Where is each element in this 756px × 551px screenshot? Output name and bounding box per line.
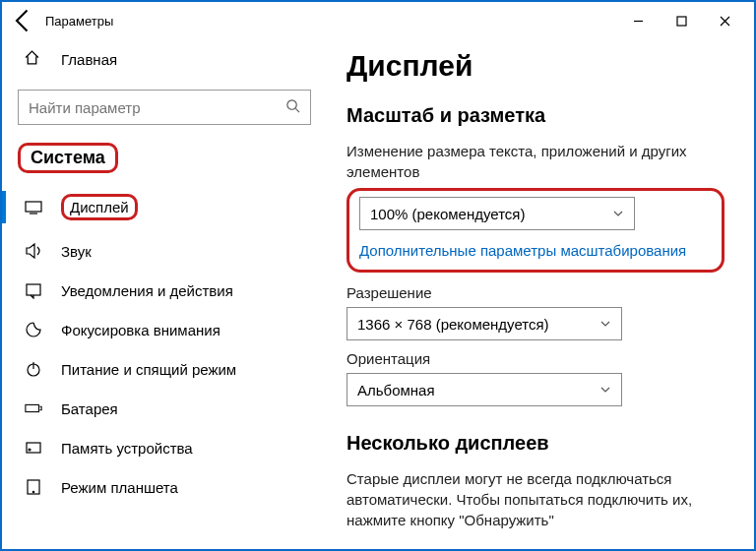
sidebar-item-label: Память устройства — [61, 440, 193, 457]
sidebar-item-label: Уведомления и действия — [61, 282, 233, 299]
display-icon — [24, 199, 43, 216]
minimize-button[interactable] — [616, 6, 660, 35]
svg-rect-6 — [27, 443, 40, 453]
sidebar: Главная Система Дисплей Звук Уведомления… — [2, 39, 327, 549]
scale-dropdown[interactable]: 100% (рекомендуется) — [359, 197, 635, 230]
svg-point-1 — [287, 99, 296, 108]
sidebar-item-power[interactable]: Питание и спящий режим — [18, 349, 311, 389]
section-header: Система — [18, 143, 311, 173]
svg-rect-2 — [26, 202, 41, 212]
svg-rect-5 — [26, 404, 39, 411]
sidebar-item-notifications[interactable]: Уведомления и действия — [18, 271, 311, 310]
sidebar-item-focus[interactable]: Фокусировка внимания — [18, 310, 311, 349]
main-content: Дисплей Масштаб и разметка Изменение раз… — [327, 39, 754, 549]
back-button[interactable] — [10, 7, 37, 34]
home-label: Главная — [61, 51, 117, 68]
svg-point-9 — [32, 491, 33, 492]
focus-icon — [24, 321, 43, 338]
scale-value: 100% (рекомендуется) — [370, 206, 525, 222]
scale-section-heading: Масштаб и разметка — [346, 104, 724, 127]
sidebar-item-label: Питание и спящий режим — [61, 361, 236, 378]
multi-display-desc: Старые дисплеи могут не всегда подключат… — [346, 468, 724, 530]
resolution-value: 1366 × 768 (рекомендуется) — [357, 316, 549, 333]
search-icon — [285, 98, 300, 117]
power-icon — [24, 360, 43, 378]
sidebar-item-battery[interactable]: Батарея — [18, 389, 311, 428]
sound-icon — [24, 242, 43, 260]
notifications-icon — [24, 281, 43, 299]
svg-rect-3 — [27, 284, 40, 295]
sidebar-item-tablet[interactable]: Режим планшета — [18, 467, 311, 507]
chevron-down-icon — [612, 206, 624, 222]
sidebar-item-label: Батарея — [61, 400, 118, 417]
sidebar-item-label: Фокусировка внимания — [61, 322, 220, 338]
multi-display-heading: Несколько дисплеев — [346, 432, 724, 455]
sidebar-item-display[interactable]: Дисплей — [18, 183, 311, 231]
search-field[interactable] — [29, 99, 285, 116]
chevron-down-icon — [599, 316, 611, 333]
close-button[interactable] — [703, 6, 746, 35]
sidebar-item-sound[interactable]: Звук — [18, 231, 311, 271]
maximize-button[interactable] — [660, 6, 703, 35]
sidebar-item-label: Звук — [61, 243, 92, 260]
sidebar-item-label: Режим планшета — [61, 479, 178, 496]
storage-icon — [24, 439, 43, 457]
search-input[interactable] — [18, 90, 311, 125]
window-title: Параметры — [45, 14, 113, 29]
sidebar-item-storage[interactable]: Память устройства — [18, 428, 311, 467]
svg-point-7 — [29, 449, 31, 451]
page-title: Дисплей — [346, 49, 724, 83]
chevron-down-icon — [599, 382, 611, 398]
orientation-dropdown[interactable]: Альбомная — [346, 373, 622, 406]
home-icon — [24, 49, 43, 70]
sidebar-item-label: Дисплей — [70, 199, 129, 215]
tablet-icon — [24, 478, 43, 496]
orientation-label: Ориентация — [346, 350, 724, 367]
resolution-label: Разрешение — [346, 284, 724, 301]
battery-icon — [24, 399, 43, 417]
resolution-dropdown[interactable]: 1366 × 768 (рекомендуется) — [346, 307, 622, 340]
scale-label: Изменение размера текста, приложений и д… — [346, 141, 724, 182]
svg-rect-0 — [677, 17, 686, 26]
advanced-scaling-link[interactable]: Дополнительные параметры масштабирования — [359, 242, 686, 259]
home-nav[interactable]: Главная — [18, 39, 311, 80]
orientation-value: Альбомная — [357, 382, 435, 398]
highlight-scale-area: 100% (рекомендуется) Дополнительные пара… — [346, 188, 724, 273]
